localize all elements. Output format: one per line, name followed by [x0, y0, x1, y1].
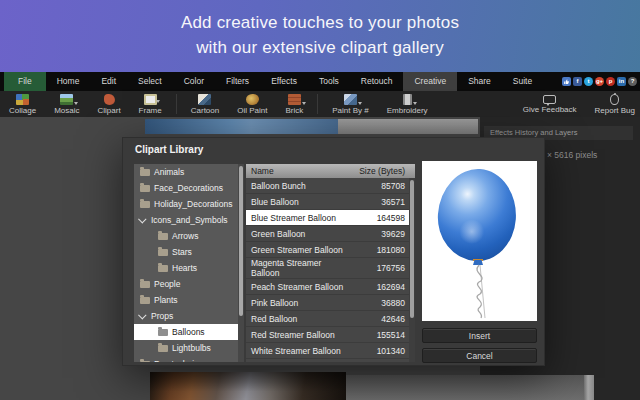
menu-tab-edit[interactable]: Edit: [90, 72, 127, 91]
toolbar-clipart[interactable]: Clipart: [88, 91, 129, 117]
embroidery-icon: [403, 94, 412, 105]
file-name: Magenta Streamer Balloon: [246, 258, 344, 278]
table-row-peach-streamer-balloon[interactable]: Peach Streamer Balloon162694: [246, 279, 415, 295]
table-header[interactable]: Name Size (Bytes): [246, 164, 415, 178]
dropdown-caret-icon[interactable]: [74, 102, 78, 105]
toolbar-separator: [317, 94, 318, 114]
promo-banner: Add creative touches to your photos with…: [0, 0, 640, 72]
menu-tab-home[interactable]: Home: [46, 72, 91, 91]
canvas-scrollbar[interactable]: [584, 375, 594, 400]
table-scrollbar[interactable]: [409, 178, 415, 362]
tree-scrollbar[interactable]: [238, 164, 244, 362]
toolbar-oil-paint[interactable]: Oil Paint: [228, 91, 276, 117]
folder-icon: [158, 233, 168, 240]
insert-button[interactable]: Insert: [422, 328, 537, 343]
tree-item-label: Lightbulbs: [172, 343, 211, 353]
menu-tab-color[interactable]: Color: [173, 72, 215, 91]
toolbar-embroidery[interactable]: Embroidery: [378, 91, 437, 117]
table-row-white-streamer-balloon[interactable]: White Streamer Balloon101340: [246, 343, 415, 359]
feedback-icon: [543, 95, 556, 104]
menu-tab-retouch[interactable]: Retouch: [350, 72, 404, 91]
table-row-pink-balloon[interactable]: Pink Balloon36880: [246, 295, 415, 311]
toolbar-label: Embroidery: [387, 106, 428, 115]
folder-icon: [140, 297, 150, 304]
help-icon[interactable]: ?: [628, 77, 637, 86]
clipart-file-table: Name Size (Bytes) Balloon Bunch85708Blue…: [246, 164, 415, 362]
tree-item-face-decorations[interactable]: Face_Decorations: [134, 180, 244, 196]
menu-tab-creative[interactable]: Creative: [403, 72, 457, 91]
table-row-green-balloon[interactable]: Green Balloon39629: [246, 226, 415, 242]
tree-item-lightbulbs[interactable]: Lightbulbs: [134, 340, 244, 356]
tree-item-label: Props: [151, 311, 173, 321]
tree-item-label: Face_Decorations: [154, 183, 223, 193]
dropdown-caret-icon[interactable]: [413, 102, 417, 105]
toolbar-label: Mosaic: [54, 106, 79, 115]
table-scrollbar-thumb[interactable]: [410, 180, 414, 318]
tree-item-animals[interactable]: Animals: [134, 164, 244, 180]
toolbar-cartoon[interactable]: Cartoon: [182, 91, 228, 117]
tree-item-label: Plants: [154, 295, 178, 305]
file-size: 176756: [344, 263, 415, 273]
tree-item-pyrotechnics[interactable]: Pyrotechnics: [134, 356, 244, 362]
clipart-category-tree: AnimalsFace_DecorationsHoliday_Decoratio…: [134, 164, 244, 362]
pinterest-icon[interactable]: p: [606, 77, 615, 86]
tree-item-people[interactable]: People: [134, 276, 244, 292]
like-icon[interactable]: [562, 77, 571, 86]
table-row-blue-balloon[interactable]: Blue Balloon36571: [246, 194, 415, 210]
menu-tab-share[interactable]: Share: [457, 72, 502, 91]
cancel-button[interactable]: Cancel: [422, 348, 537, 363]
toolbar-label: Frame: [139, 106, 162, 115]
toolbar-mosaic[interactable]: Mosaic: [45, 91, 88, 117]
file-size: 42646: [344, 314, 415, 324]
oilpaint-icon: [246, 94, 259, 105]
linkedin-icon[interactable]: in: [617, 77, 626, 86]
column-header-size[interactable]: Size (Bytes): [359, 166, 415, 176]
table-row-balloon-bunch[interactable]: Balloon Bunch85708: [246, 178, 415, 194]
toolbar-give-feedback[interactable]: Give Feedback: [514, 91, 586, 117]
dropdown-caret-icon[interactable]: [302, 102, 306, 105]
chevron-down-icon: [138, 215, 146, 223]
tree-item-stars[interactable]: Stars: [134, 244, 244, 260]
table-row-magenta-streamer-balloon[interactable]: Magenta Streamer Balloon176756: [246, 258, 415, 279]
menu-tab-file[interactable]: File: [4, 72, 46, 91]
toolbar-paint-by[interactable]: Paint By #: [323, 91, 377, 117]
app-window: Add creative touches to your photos with…: [0, 0, 640, 400]
dropdown-caret-icon[interactable]: [156, 100, 160, 103]
menu-tab-filters[interactable]: Filters: [215, 72, 260, 91]
tree-item-balloons[interactable]: Balloons: [134, 324, 244, 340]
toolbar-frame[interactable]: Frame: [130, 91, 171, 117]
table-row-blue-streamer-balloon[interactable]: Blue Streamer Balloon164598: [246, 210, 415, 226]
tree-scrollbar-thumb[interactable]: [239, 166, 243, 316]
toolbar-separator: [176, 94, 177, 114]
tree-item-hearts[interactable]: Hearts: [134, 260, 244, 276]
tree-item-arrows[interactable]: Arrows: [134, 228, 244, 244]
twitter-icon[interactable]: t: [584, 77, 593, 86]
table-row-red-balloon[interactable]: Red Balloon42646: [246, 311, 415, 327]
file-name: Green Balloon: [246, 229, 344, 239]
menu-tab-effects[interactable]: Effects: [260, 72, 308, 91]
toolbar-label: Cartoon: [191, 106, 219, 115]
canvas-area: Effects History and Layers × 5616 pixels…: [0, 117, 640, 400]
menu-tab-select[interactable]: Select: [127, 72, 173, 91]
clipart-preview-pane: Insert Cancel: [422, 161, 537, 321]
table-row-red-streamer-balloon[interactable]: Red Streamer Balloon155514: [246, 327, 415, 343]
toolbar-label: Report Bug: [595, 106, 635, 115]
cartoon-icon: [198, 94, 211, 105]
tree-item-holiday-decorations[interactable]: Holiday_Decorations: [134, 196, 244, 212]
dropdown-caret-icon[interactable]: [358, 102, 362, 105]
folder-icon: [140, 169, 150, 176]
column-header-name[interactable]: Name: [246, 166, 359, 176]
file-size: 164598: [344, 213, 415, 223]
facebook-icon[interactable]: f: [573, 77, 582, 86]
googleplus-icon[interactable]: g+: [595, 77, 604, 86]
tree-item-plants[interactable]: Plants: [134, 292, 244, 308]
toolbar-brick[interactable]: Brick: [276, 91, 312, 117]
menu-tab-tools[interactable]: Tools: [308, 72, 350, 91]
toolbar-collage[interactable]: Collage: [0, 91, 45, 117]
tree-item-props[interactable]: Props: [134, 308, 244, 324]
folder-icon: [158, 265, 168, 272]
toolbar-report-bug[interactable]: Report Bug: [586, 91, 640, 117]
table-row-green-streamer-balloon[interactable]: Green Streamer Balloon181080: [246, 242, 415, 258]
tree-item-icons-and-symbols[interactable]: Icons_and_Symbols: [134, 212, 244, 228]
menu-tab-suite[interactable]: Suite: [502, 72, 543, 91]
